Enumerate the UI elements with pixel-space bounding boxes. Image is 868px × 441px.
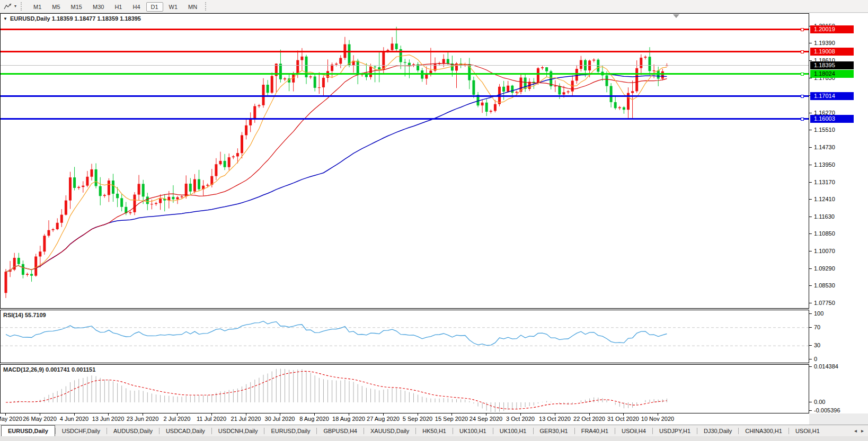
price-tick-label: 1.11630: [814, 213, 835, 220]
price-axis[interactable]: 1.201501.193901.186101.178301.170501.162…: [809, 13, 868, 413]
axis-tick: [809, 217, 812, 217]
date-label: 16 May 2020: [0, 416, 22, 422]
tab-usoil-h4[interactable]: USOil,H4: [615, 425, 652, 436]
macd-pane[interactable]: MACD(12,26,9) 0.001741 0.001151: [0, 364, 809, 413]
chart-marker-icon[interactable]: ▼: [3, 16, 7, 21]
axis-tick: [809, 345, 812, 346]
horizontal-level-line[interactable]: [1, 51, 809, 52]
price-tick-label: 1.10070: [814, 248, 835, 254]
axis-tick: [809, 327, 812, 328]
tab-hk50-h1[interactable]: HK50,H1: [416, 425, 453, 436]
timeframe-button-m5[interactable]: M5: [47, 2, 65, 12]
tab-ger30-h1[interactable]: GER30,H1: [534, 425, 574, 436]
axis-tick: [809, 199, 812, 200]
level-price-chip: 1.18024: [810, 70, 854, 78]
toolbar-grip: [21, 2, 24, 11]
window-bottom-strip: [0, 436, 868, 441]
axis-tick: [809, 43, 812, 43]
price-tick-label: 1.12410: [814, 196, 835, 202]
current-price-chip: 1.18395: [810, 61, 854, 69]
timeframe-button-d1[interactable]: D1: [146, 2, 163, 12]
tab-scroll-right-icon[interactable]: ▸: [861, 428, 864, 434]
line-handle[interactable]: [801, 28, 804, 31]
tab-usdcad-daily[interactable]: USDCAD,Daily: [160, 425, 211, 436]
tab-usdcnh-daily[interactable]: USDCNH,Daily: [212, 425, 264, 436]
tab-usoil-h1[interactable]: USOil,H1: [789, 425, 826, 436]
chart-title-text: EURUSD,Daily 1.18359 1.18477 1.18359 1.1…: [10, 15, 141, 22]
horizontal-level-line[interactable]: [1, 73, 809, 75]
rsi-label: RSI(14) 55.7109: [3, 312, 46, 318]
price-tick-label: 1.08530: [814, 282, 835, 289]
tab-uk100-h1[interactable]: UK100,H1: [493, 425, 533, 436]
date-label: 23 Jun 2020: [127, 416, 159, 422]
price-tick-label: 1.13170: [814, 179, 835, 185]
trendline-cursor-icon[interactable]: ▾: [2, 2, 18, 11]
horizontal-level-line[interactable]: [1, 29, 809, 30]
axis-tick: [809, 60, 812, 61]
price-tick-label: 1.10850: [814, 230, 835, 237]
timeframe-button-mn[interactable]: MN: [183, 2, 202, 12]
toolbar-grip: [205, 2, 209, 11]
date-axis[interactable]: 16 May 202026 May 20204 Jun 202013 Jun 2…: [0, 413, 809, 425]
price-tick-label: 1.13950: [814, 161, 835, 168]
date-label: 2 Jul 2020: [164, 416, 191, 422]
price-tick-label: 1.07750: [814, 300, 835, 306]
price-tick-label: 70: [814, 324, 820, 330]
date-label: 22 Oct 2020: [573, 416, 605, 422]
date-label: 18 Aug 2020: [332, 416, 365, 422]
tab-gbpusd-h4[interactable]: GBPUSD,H4: [317, 425, 364, 436]
horizontal-level-line[interactable]: [1, 118, 809, 120]
rsi-pane[interactable]: RSI(14) 55.7109: [0, 310, 809, 363]
tab-usdjpy-h1[interactable]: USDJPY,H1: [653, 425, 697, 436]
timeframe-button-m15[interactable]: M15: [66, 2, 87, 12]
level-price-chip: 1.17014: [810, 92, 854, 100]
timeframe-button-h1[interactable]: H1: [110, 2, 127, 12]
line-handle[interactable]: [801, 118, 804, 121]
tab-fra40-h1[interactable]: FRA40,H1: [575, 425, 615, 436]
tab-scroll-left-icon[interactable]: ◂: [854, 428, 857, 434]
chevron-down-icon[interactable]: ▾: [14, 4, 16, 8]
date-label: 24 Sep 2020: [470, 416, 502, 422]
axis-tick: [809, 359, 812, 359]
price-tick-label: 100: [814, 310, 823, 317]
tab-china300-h1[interactable]: CHINA300,H1: [739, 425, 789, 436]
axis-tick: [809, 285, 812, 286]
date-label: 30 Jul 2020: [265, 416, 295, 422]
tab-uk100-h1[interactable]: UK100,H1: [453, 425, 493, 436]
axis-tick: [809, 113, 812, 113]
price-tick-label: -0.005396: [814, 407, 840, 413]
date-label: 13 Jun 2020: [92, 416, 125, 422]
date-label: 26 May 2020: [23, 416, 57, 422]
tab-audusd-daily[interactable]: AUDUSD,Daily: [107, 425, 159, 436]
date-label: 15 Sep 2020: [435, 416, 468, 422]
price-pane[interactable]: ▼ EURUSD,Daily 1.18359 1.18477 1.18359 1…: [0, 13, 809, 309]
date-label: 31 Oct 2020: [607, 416, 639, 422]
tab-eurusd-daily[interactable]: EURUSD,Daily: [264, 425, 316, 436]
timeframe-button-w1[interactable]: W1: [164, 2, 183, 12]
level-price-chip: 1.20019: [810, 25, 854, 33]
tab-dj30-daily[interactable]: DJ30,Daily: [697, 425, 738, 436]
axis-tick: [809, 78, 812, 78]
horizontal-level-line[interactable]: [1, 95, 809, 97]
date-label: 3 Oct 2020: [506, 416, 535, 422]
date-label: 27 Aug 2020: [367, 416, 400, 422]
axis-tick: [809, 268, 812, 269]
timeframe-button-h4[interactable]: H4: [128, 2, 145, 12]
axis-tick: [809, 233, 812, 234]
tab-eurusd-daily[interactable]: EURUSD,Daily: [1, 425, 55, 436]
chart-tab-bar: EURUSD,DailyUSDCHF,DailyAUDUSD,DailyUSDC…: [0, 425, 868, 436]
line-handle[interactable]: [801, 73, 804, 76]
line-handle[interactable]: [801, 50, 804, 53]
timeframe-button-m1[interactable]: M1: [29, 2, 46, 12]
line-handle[interactable]: [801, 95, 804, 98]
price-tick-label: 1.19390: [814, 40, 835, 46]
price-tick-label: 1.15510: [814, 127, 835, 133]
current-price-line: [1, 65, 809, 66]
date-label: 8 Aug 2020: [299, 416, 329, 422]
tab-usdchf-daily[interactable]: USDCHF,Daily: [56, 425, 107, 436]
axis-tick: [809, 303, 812, 303]
axis-tick: [809, 147, 812, 148]
timeframe-button-m30[interactable]: M30: [88, 2, 109, 12]
tab-xauusd-daily[interactable]: XAUUSD,Daily: [364, 425, 415, 436]
level-price-chip: 1.16003: [810, 115, 854, 123]
